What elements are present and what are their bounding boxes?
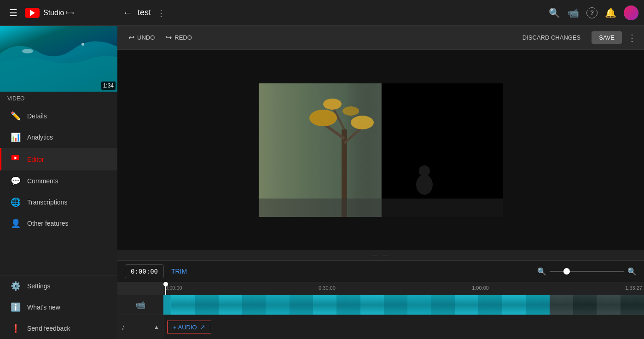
timeline-section: 0:00:00 0:30:00 1:00:00 1:33:27 📹	[117, 282, 644, 339]
whats-new-icon: ℹ️	[11, 302, 20, 312]
timeline-ruler-row: 0:00:00 0:30:00 1:00:00 1:33:27	[117, 282, 644, 295]
search-icon[interactable]: 🔍	[549, 7, 560, 18]
video-thumbnail[interactable]: 1:34	[0, 26, 117, 92]
settings-icon: ⚙️	[11, 281, 20, 291]
add-audio-label: + AUDIO	[173, 324, 197, 331]
logo-beta-text: beta	[66, 11, 74, 15]
sidebar-bottom: ⚙️ Settings ℹ️ What's new ❗ Send feedbac…	[0, 275, 117, 339]
redo-label: REDO	[174, 34, 192, 41]
svg-point-16	[416, 175, 433, 195]
zoom-controls: 🔍 🔍	[537, 267, 637, 276]
nav-item-settings[interactable]: ⚙️ Settings	[0, 275, 117, 297]
video-track-label: 📹	[117, 295, 163, 315]
music-note-icon: ♪	[121, 322, 125, 332]
toolbar-more-icon[interactable]: ⋮	[627, 32, 637, 43]
resize-icon: — —	[371, 252, 389, 259]
help-icon[interactable]: ?	[586, 7, 598, 18]
topbar-left: ☰ Studio beta	[6, 4, 123, 22]
svg-rect-19	[381, 83, 382, 217]
video-clip-strip	[163, 295, 644, 315]
timeline-controls: 0:00:00 TRIM 🔍 🔍	[117, 260, 644, 282]
time-display: 0:00:00	[125, 264, 164, 278]
toolbar-left: ↩ UNDO ↪ REDO	[125, 30, 196, 45]
timeline-ruler: 0:00:00 0:30:00 1:00:00 1:33:27	[163, 282, 644, 295]
logo[interactable]: Studio beta	[25, 8, 74, 18]
audio-track: + AUDIO ↗	[163, 315, 644, 339]
mark-30: 0:30:00	[319, 285, 336, 291]
editor-icon	[11, 153, 20, 165]
analytics-label: Analytics	[27, 134, 53, 141]
thumbnail-duration: 1:34	[101, 82, 116, 90]
analytics-icon: 📊	[11, 132, 20, 142]
topbar: ☰ Studio beta ← test ⋮ 🔍 📹 ? 🔔	[0, 0, 644, 26]
logo-studio-text: Studio	[43, 9, 64, 17]
resize-handle[interactable]: — —	[117, 250, 644, 260]
undo-label: UNDO	[137, 34, 155, 41]
other-label: Other features	[27, 220, 69, 227]
mark-60: 1:00:00	[472, 285, 489, 291]
title-more-icon[interactable]: ⋮	[157, 7, 166, 18]
main-layout: 1:34 Video ✏️ Details 📊 Analytics Editor…	[0, 26, 644, 339]
send-feedback-label: Send feedback	[27, 325, 70, 332]
video-cam-icon: 📹	[135, 300, 145, 310]
discard-changes-button[interactable]: DISCARD CHANGES	[517, 31, 586, 44]
nav-item-whats-new[interactable]: ℹ️ What's new	[0, 297, 117, 318]
send-feedback-icon: ❗	[11, 323, 20, 333]
topbar-middle: ← test ⋮	[123, 7, 549, 18]
video-preview	[117, 50, 644, 250]
svg-point-17	[419, 165, 430, 176]
undo-icon: ↩	[128, 33, 134, 42]
nav-item-editor[interactable]: Editor	[0, 148, 117, 170]
video-track-row: 📹	[117, 295, 644, 315]
undo-button[interactable]: ↩ UNDO	[125, 30, 158, 45]
nav-item-transcriptions[interactable]: 🌐 Transcriptions	[0, 192, 117, 213]
editor-toolbar: ↩ UNDO ↪ REDO DISCARD CHANGES SAVE ⋮	[117, 26, 644, 50]
settings-label: Settings	[27, 282, 51, 290]
create-video-icon[interactable]: 📹	[568, 7, 579, 18]
transcriptions-label: Transcriptions	[27, 199, 67, 206]
notifications-icon[interactable]: 🔔	[605, 7, 616, 18]
svg-point-1	[81, 43, 84, 46]
editor-label: Editor	[27, 156, 44, 163]
nav-item-other[interactable]: 👤 Other features	[0, 213, 117, 234]
other-icon: 👤	[11, 218, 20, 228]
save-button[interactable]: SAVE	[592, 31, 622, 44]
details-icon: ✏️	[11, 111, 20, 121]
video-title: test	[138, 8, 151, 18]
redo-icon: ↪	[166, 33, 172, 42]
back-icon[interactable]: ←	[123, 7, 132, 18]
ruler-marks: 0:00:00 0:30:00 1:00:00 1:33:27	[163, 282, 644, 291]
redo-button[interactable]: ↪ REDO	[162, 30, 196, 45]
zoom-out-icon[interactable]: 🔍	[537, 267, 546, 276]
playhead	[163, 282, 168, 295]
nav-item-analytics[interactable]: 📊 Analytics	[0, 127, 117, 148]
nav-item-comments[interactable]: 💬 Comments	[0, 170, 117, 192]
external-link-icon: ↗	[200, 323, 205, 331]
svg-rect-15	[381, 83, 503, 217]
audio-chevron-icon[interactable]: ▲	[154, 324, 159, 330]
add-audio-button[interactable]: + AUDIO ↗	[167, 321, 211, 333]
toolbar-right: DISCARD CHANGES SAVE ⋮	[517, 31, 637, 44]
zoom-in-icon[interactable]: 🔍	[627, 267, 637, 276]
mark-end: 1:33:27	[625, 285, 642, 291]
whats-new-label: What's new	[27, 304, 60, 311]
sidebar: 1:34 Video ✏️ Details 📊 Analytics Editor…	[0, 26, 117, 339]
audio-track-label: ♪ ▲	[117, 315, 163, 339]
comments-icon: 💬	[11, 176, 20, 186]
video-track[interactable]	[163, 295, 644, 315]
video-section-label: Video	[0, 92, 117, 105]
editor-content: ↩ UNDO ↪ REDO DISCARD CHANGES SAVE ⋮	[117, 26, 644, 339]
nav-item-details[interactable]: ✏️ Details	[0, 105, 117, 127]
comments-label: Comments	[27, 177, 58, 185]
details-label: Details	[27, 112, 47, 120]
topbar-right: 🔍 📹 ? 🔔	[549, 6, 638, 20]
trim-button[interactable]: TRIM	[171, 268, 187, 275]
transcriptions-icon: 🌐	[11, 197, 20, 207]
svg-rect-20	[259, 83, 381, 217]
svg-point-0	[22, 49, 33, 53]
avatar[interactable]	[624, 6, 638, 20]
zoom-slider[interactable]	[550, 271, 624, 272]
nav-item-send-feedback[interactable]: ❗ Send feedback	[0, 318, 117, 339]
audio-track-row: ♪ ▲ + AUDIO ↗	[117, 315, 644, 339]
menu-icon[interactable]: ☰	[6, 4, 21, 22]
